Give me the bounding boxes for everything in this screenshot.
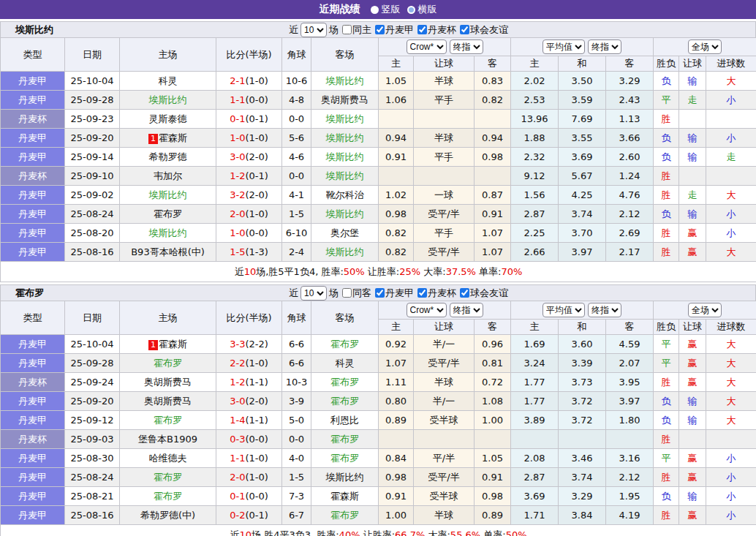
away-team-cell: 埃斯比约 [311, 205, 379, 224]
team-name-text: 奥胡斯费马 [144, 377, 192, 388]
average-odds-cell: 3.60 [559, 335, 606, 354]
corner-cell: 5-0 [282, 411, 311, 430]
match-row: 丹麦甲25-09-14希勒罗德3-0(2-0)4-6埃斯比约0.91平手0.98… [1, 148, 756, 167]
average-odds-cell: 1.71 [511, 506, 559, 525]
result-cell: 胜 [654, 506, 679, 525]
handicap-odds-cell: 受平/半 [414, 243, 475, 262]
summary-row: 近10场,胜5平1负4, 胜率:50% 让胜率:25% 大率:37.5% 单率:… [1, 262, 756, 282]
average-odds-cell: 1.69 [511, 335, 559, 354]
home-team-cell: 1霍森斯 [120, 335, 216, 354]
date-cell: 25-09-14 [65, 148, 120, 167]
full-time-score: 1-0 [230, 227, 245, 238]
handicap-odds-cell: 0.84 [379, 449, 414, 468]
layout-option-horizontal[interactable]: 横版 [407, 3, 437, 16]
competition-filter-1[interactable]: 丹麦杯 [417, 287, 456, 300]
score-cell: 1-2(0-1) [216, 167, 282, 186]
away-team-cell: 霍布罗 [311, 373, 379, 392]
competition-filter-0[interactable]: 丹麦甲 [375, 23, 414, 37]
corner-cell: 0-0 [282, 110, 311, 129]
average-select[interactable]: 平均值 [543, 39, 585, 54]
summary-segment: 场,胜4平3负3, 胜率: [252, 529, 339, 536]
handicap-odds-cell: 1.07 [475, 224, 511, 243]
final-index-select[interactable]: 终指 [588, 39, 621, 54]
team-name-text: 靴尔科治 [326, 189, 364, 200]
corner-cell: 4-0 [282, 449, 311, 468]
match-count-select[interactable]: 10 [300, 286, 327, 301]
same-venue-filter-checkbox[interactable] [342, 288, 352, 298]
competition-type-cell: 丹麦甲 [1, 91, 65, 110]
result-cell: 赢 [679, 468, 706, 487]
vertical-layout-label: 竖版 [382, 3, 401, 16]
summary-segment: 66.7% [395, 529, 425, 536]
final-index-select[interactable]: 终指 [450, 39, 483, 54]
average-odds-cell: 2.32 [511, 148, 559, 167]
final-index-select[interactable]: 终指 [588, 303, 621, 317]
full-match-select[interactable]: 全场 [688, 39, 722, 54]
competition-filter-2[interactable]: 球会友谊 [460, 23, 508, 37]
away-team-cell: 奥胡斯费马 [311, 91, 379, 110]
team-name-text: 霍森斯 [159, 132, 187, 143]
competition-filter-0-checkbox[interactable] [375, 25, 385, 34]
score-cell: 2-2(1-0) [216, 354, 282, 373]
competition-filter-2-checkbox[interactable] [460, 25, 469, 34]
same-venue-filter-checkbox[interactable] [342, 25, 352, 34]
result-cell: 输 [679, 129, 706, 148]
score-cell: 1-1(0-0) [216, 91, 282, 110]
full-match-select[interactable]: 全场 [688, 303, 722, 317]
bookmaker-select[interactable]: Crow* [407, 39, 447, 54]
competition-type-cell: 丹麦甲 [1, 506, 65, 525]
handicap-odds-cell [379, 167, 414, 186]
result-cell: 输 [679, 148, 706, 167]
full-time-score: 1-2 [230, 170, 245, 181]
result-cell: 赢 [679, 243, 706, 262]
date-cell: 25-09-12 [65, 411, 120, 430]
date-cell: 25-08-20 [65, 224, 120, 243]
average-odds-cell: 4.76 [606, 186, 654, 205]
handicap-odds-cell: 0.98 [475, 487, 511, 506]
summary-segment: 10 [239, 529, 252, 536]
competition-filter-1[interactable]: 丹麦杯 [417, 23, 456, 37]
score-cell: 3-0(2-0) [216, 148, 282, 167]
team-name-text: 霍布罗 [330, 377, 359, 388]
date-cell: 25-09-23 [65, 110, 120, 129]
competition-filter-2-checkbox[interactable] [460, 288, 469, 298]
match-row: 丹麦甲25-08-16B93哥本哈根(中)1-5(1-3)2-4埃斯比约0.82… [1, 243, 756, 262]
competition-filter-1-checkbox[interactable] [417, 25, 427, 34]
average-odds-cell: 1.13 [606, 110, 654, 129]
filter-controls: 近10场同客丹麦甲丹麦杯球会友谊 [289, 286, 508, 301]
average-select[interactable]: 平均值 [543, 303, 585, 317]
away-team-cell: 埃斯比约 [311, 468, 379, 487]
competition-filter-1-checkbox[interactable] [417, 288, 427, 298]
average-odds-cell: 3.89 [511, 411, 559, 430]
bookmaker-select[interactable]: Crow* [407, 303, 447, 317]
horizontal-layout-label: 横版 [418, 3, 437, 16]
team-name-text: 埃斯比约 [326, 246, 364, 257]
handicap-odds-cell: 0.98 [379, 468, 414, 487]
team-name-text: 科灵 [336, 358, 355, 369]
layout-option-vertical[interactable]: 竖版 [371, 3, 401, 16]
result-cell: 平 [654, 335, 679, 354]
competition-filter-0-checkbox[interactable] [375, 288, 385, 298]
same-venue-filter[interactable]: 同主 [342, 23, 371, 37]
competition-filter-2[interactable]: 球会友谊 [460, 287, 508, 300]
competition-type-cell: 丹麦甲 [1, 392, 65, 411]
team-name-text: 霍布罗 [154, 208, 182, 219]
summary-segment: 让胜率: [365, 266, 400, 277]
full-time-score: 1-1 [230, 453, 245, 464]
result-cell: 小 [706, 91, 756, 110]
match-row: 丹麦甲25-09-02埃斯比约3-2(2-0)4-1靴尔科治1.02一球0.87… [1, 186, 756, 205]
competition-filter-0[interactable]: 丹麦甲 [375, 287, 414, 300]
date-cell: 25-08-16 [65, 506, 120, 525]
same-venue-filter[interactable]: 同客 [342, 287, 371, 300]
result-cell: 赢 [679, 224, 706, 243]
team-name-text: 霍布罗 [330, 434, 359, 445]
full-time-score: 0-1 [230, 491, 245, 502]
half-time-score: (1-0) [245, 358, 268, 369]
result-cell: 小 [706, 205, 756, 224]
average-odds-cell: 2.60 [606, 148, 654, 167]
match-count-select[interactable]: 10 [300, 23, 327, 37]
final-index-select[interactable]: 终指 [450, 303, 483, 317]
home-team-cell: 韦加尔 [120, 167, 216, 186]
near-label: 近 [289, 287, 298, 300]
result-cell: 平 [654, 449, 679, 468]
